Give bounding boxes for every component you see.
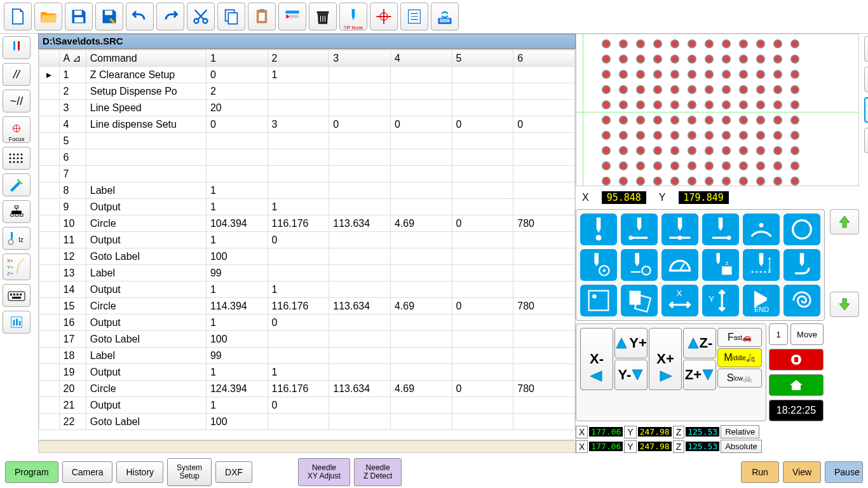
cmd-line-passing[interactable] [661, 214, 698, 245]
program-tab[interactable]: Program [5, 461, 58, 483]
table-row[interactable]: 3Line Speed20 [39, 100, 575, 116]
pause-button[interactable]: Pause [825, 461, 863, 483]
absolute-button[interactable]: Absolute [721, 440, 762, 453]
table-row[interactable]: 21Output10 [39, 397, 575, 414]
table-row[interactable]: 13Label99 [39, 265, 575, 281]
data-view-button[interactable] [3, 311, 31, 334]
history-tab[interactable]: History [116, 461, 163, 483]
preview-canvas[interactable] [576, 34, 859, 186]
jog-x-minus[interactable]: X- [580, 328, 613, 390]
measure-button[interactable] [3, 173, 31, 196]
move-button[interactable]: Move [790, 323, 824, 345]
wave-line-button[interactable]: ~// [3, 90, 31, 112]
tip-mode-button[interactable]: TIP Mode [339, 3, 367, 30]
table-row[interactable]: 16Output10 [39, 315, 575, 331]
cmd-y-offset[interactable]: Y [702, 285, 739, 316]
jog-y-plus[interactable]: Y+ [614, 328, 648, 358]
undo-button[interactable] [126, 3, 154, 30]
column-header[interactable]: 2 [268, 50, 329, 67]
move-step-input[interactable]: 1 [769, 323, 788, 345]
jog-z-plus[interactable]: Z+ [683, 360, 716, 390]
speed-fast-button[interactable]: Fast 🚗 [717, 328, 762, 347]
run-button[interactable]: Run [741, 461, 779, 483]
table-row[interactable]: 8Label1 [39, 182, 575, 199]
cmd-line-end[interactable] [702, 214, 739, 245]
redo-button[interactable] [156, 3, 184, 30]
column-header[interactable]: 4 [390, 50, 452, 67]
needle-tool-button[interactable] [3, 36, 31, 59]
refresh-view-button[interactable] [864, 36, 868, 62]
needle-xy-button[interactable]: Needle XY Adjust [298, 458, 350, 486]
speed-middle-button[interactable]: Middle🛵 [717, 348, 762, 367]
system-setup-tab[interactable]: System Setup [167, 458, 212, 486]
sync-button[interactable] [431, 3, 459, 30]
table-row[interactable]: 17Goto Label100 [39, 331, 575, 348]
table-row[interactable]: 20Circle124.394116.176113.6344.690780 [39, 381, 575, 397]
open-file-button[interactable] [34, 3, 62, 30]
cmd-line-start[interactable] [621, 214, 658, 245]
table-row[interactable]: 5 [39, 133, 575, 149]
pan-button[interactable] [864, 128, 868, 153]
crosshair-button[interactable] [370, 3, 398, 30]
jog-z-minus[interactable]: Z- [683, 328, 716, 358]
table-row[interactable]: 9Output11 [39, 199, 575, 215]
cmd-x-offset[interactable]: X [661, 285, 698, 316]
keyboard-button[interactable] [3, 284, 31, 307]
table-row[interactable]: 2Setup Dispense Po2 [39, 83, 575, 100]
view-button[interactable]: View [783, 461, 821, 483]
table-row[interactable]: 15Circle114.394116.176113.6344.690780 [39, 298, 575, 315]
cmd-arc[interactable] [743, 214, 780, 245]
cmd-z-height[interactable] [743, 249, 780, 281]
save-as-button[interactable] [95, 3, 123, 30]
jog-x-plus[interactable]: X+ [649, 328, 682, 390]
table-row[interactable]: ▸1Z Clearance Setup01 [39, 67, 575, 83]
cmd-end[interactable]: END [743, 285, 780, 316]
table-row[interactable]: 7 [39, 166, 575, 182]
z-settings-button[interactable]: Iz [3, 227, 31, 250]
column-header[interactable]: 1 [206, 50, 268, 67]
new-file-button[interactable] [4, 3, 32, 30]
focus-button[interactable]: Focus [3, 116, 31, 143]
jog-y-minus[interactable]: Y- [614, 360, 648, 390]
cmd-line-setup[interactable] [621, 249, 658, 281]
column-header[interactable]: 3 [329, 50, 391, 67]
table-row[interactable]: 4Line dispense Setu030000 [39, 116, 575, 133]
column-header[interactable] [39, 50, 60, 67]
paste-button[interactable] [248, 3, 276, 30]
cmd-dispense-setup[interactable] [580, 249, 617, 281]
home-button[interactable] [769, 374, 824, 396]
column-header[interactable]: Command [86, 50, 206, 67]
cmd-speed[interactable] [661, 249, 698, 281]
relative-button[interactable]: Relative [721, 425, 759, 438]
insert-row-button[interactable] [278, 3, 306, 30]
table-row[interactable]: 14Output11 [39, 281, 575, 298]
save-button[interactable] [65, 3, 93, 30]
cut-button[interactable] [187, 3, 215, 30]
table-row[interactable]: 19Output11 [39, 364, 575, 381]
camera-tab[interactable]: Camera [62, 461, 113, 483]
table-row[interactable]: 22Goto Label100 [39, 414, 575, 430]
cmd-transform[interactable] [621, 285, 658, 316]
zoom-window-button[interactable] [864, 97, 868, 123]
cmd-spiral[interactable] [783, 285, 820, 316]
cmd-select-area[interactable] [580, 285, 617, 316]
column-header[interactable]: 5 [452, 50, 513, 67]
scroll-down-button[interactable] [830, 292, 859, 317]
cmd-dispense-dot[interactable] [580, 214, 617, 245]
copy-button[interactable] [217, 3, 245, 30]
cmd-z-clearance[interactable]: z [702, 249, 739, 281]
cmd-circle[interactable] [783, 214, 820, 245]
table-row[interactable]: 18Label99 [39, 348, 575, 364]
list-button[interactable] [400, 3, 428, 30]
xyz-offset-button[interactable]: X+Y+Z+ [3, 254, 31, 280]
program-grid[interactable]: A ⊿Command123456 ▸1Z Clearance Setup012S… [38, 49, 576, 440]
zoom-all-button[interactable]: All [864, 67, 868, 92]
table-row[interactable]: 6 [39, 149, 575, 166]
hierarchy-button[interactable] [3, 200, 31, 223]
table-row[interactable]: 12Goto Label100 [39, 248, 575, 265]
cmd-retract[interactable] [783, 249, 820, 281]
table-row[interactable]: 11Output10 [39, 232, 575, 248]
needle-z-button[interactable]: Needle Z Detect [354, 458, 402, 486]
table-row[interactable]: 10Circle104.394116.176113.6344.690780 [39, 215, 575, 232]
parallel-line-button[interactable]: // [3, 63, 31, 86]
